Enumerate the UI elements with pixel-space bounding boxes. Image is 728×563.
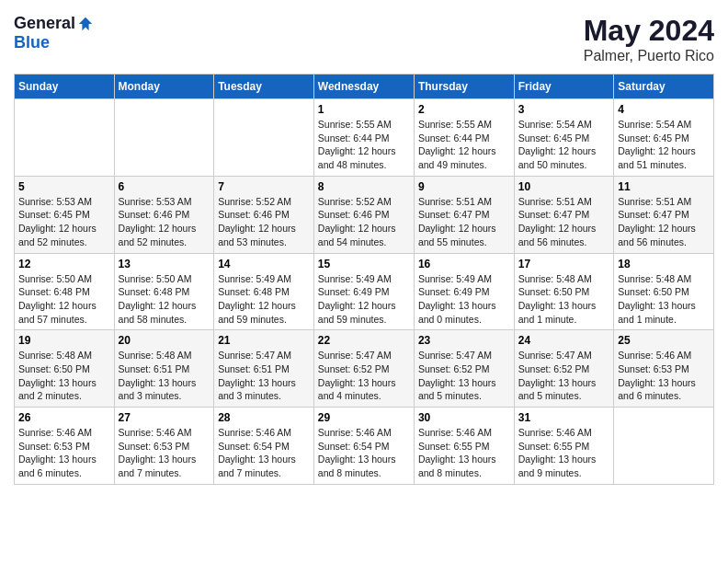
day-info: Sunrise: 5:55 AM Sunset: 6:44 PM Dayligh… [318, 118, 410, 172]
day-number: 28 [218, 411, 310, 424]
day-number: 23 [418, 334, 510, 347]
title-block: May 2024 Palmer, Puerto Rico [584, 14, 714, 64]
table-row: 20Sunrise: 5:48 AM Sunset: 6:51 PM Dayli… [114, 330, 214, 408]
day-number: 29 [318, 411, 410, 424]
table-row: 2Sunrise: 5:55 AM Sunset: 6:44 PM Daylig… [414, 99, 514, 177]
table-row: 9Sunrise: 5:51 AM Sunset: 6:47 PM Daylig… [414, 176, 514, 253]
day-info: Sunrise: 5:46 AM Sunset: 6:54 PM Dayligh… [218, 426, 310, 480]
table-row: 18Sunrise: 5:48 AM Sunset: 6:50 PM Dayli… [614, 253, 714, 330]
day-info: Sunrise: 5:46 AM Sunset: 6:54 PM Dayligh… [318, 426, 410, 480]
day-number: 13 [119, 258, 210, 270]
day-number: 18 [618, 258, 710, 270]
day-info: Sunrise: 5:54 AM Sunset: 6:45 PM Dayligh… [518, 118, 609, 172]
day-info: Sunrise: 5:49 AM Sunset: 6:49 PM Dayligh… [418, 272, 510, 327]
day-number: 8 [318, 180, 410, 193]
day-info: Sunrise: 5:55 AM Sunset: 6:44 PM Dayligh… [418, 118, 510, 172]
table-row: 21Sunrise: 5:47 AM Sunset: 6:51 PM Dayli… [214, 330, 314, 408]
table-row: 15Sunrise: 5:49 AM Sunset: 6:49 PM Dayli… [313, 253, 414, 330]
table-row [614, 408, 714, 485]
table-row: 13Sunrise: 5:50 AM Sunset: 6:48 PM Dayli… [114, 253, 214, 330]
day-number: 31 [518, 411, 609, 424]
day-number: 25 [618, 334, 710, 347]
table-row: 6Sunrise: 5:53 AM Sunset: 6:46 PM Daylig… [114, 176, 214, 253]
table-row: 28Sunrise: 5:46 AM Sunset: 6:54 PM Dayli… [214, 408, 314, 485]
day-number: 5 [18, 180, 110, 193]
calendar-week-row: 26Sunrise: 5:46 AM Sunset: 6:53 PM Dayli… [15, 408, 714, 485]
day-info: Sunrise: 5:48 AM Sunset: 6:50 PM Dayligh… [518, 272, 609, 327]
day-number: 30 [418, 411, 510, 424]
table-row: 1Sunrise: 5:55 AM Sunset: 6:44 PM Daylig… [313, 99, 414, 177]
day-number: 3 [518, 103, 609, 116]
day-number: 9 [418, 180, 510, 193]
day-info: Sunrise: 5:51 AM Sunset: 6:47 PM Dayligh… [618, 195, 710, 249]
day-number: 20 [119, 334, 210, 347]
table-row: 4Sunrise: 5:54 AM Sunset: 6:45 PM Daylig… [614, 99, 714, 177]
day-number: 19 [18, 334, 110, 347]
table-row: 16Sunrise: 5:49 AM Sunset: 6:49 PM Dayli… [414, 253, 514, 330]
table-row: 24Sunrise: 5:47 AM Sunset: 6:52 PM Dayli… [514, 330, 613, 408]
day-number: 14 [218, 258, 310, 270]
calendar-week-row: 1Sunrise: 5:55 AM Sunset: 6:44 PM Daylig… [15, 99, 714, 177]
calendar-week-row: 12Sunrise: 5:50 AM Sunset: 6:48 PM Dayli… [15, 253, 714, 330]
day-info: Sunrise: 5:51 AM Sunset: 6:47 PM Dayligh… [418, 195, 510, 249]
day-info: Sunrise: 5:47 AM Sunset: 6:52 PM Dayligh… [418, 349, 510, 403]
header-monday: Monday [114, 75, 214, 99]
day-number: 22 [318, 334, 410, 347]
day-info: Sunrise: 5:54 AM Sunset: 6:45 PM Dayligh… [618, 118, 710, 172]
day-number: 17 [518, 258, 609, 270]
day-info: Sunrise: 5:53 AM Sunset: 6:45 PM Dayligh… [18, 195, 110, 249]
day-info: Sunrise: 5:49 AM Sunset: 6:49 PM Dayligh… [318, 272, 410, 327]
header-wednesday: Wednesday [313, 75, 414, 99]
day-info: Sunrise: 5:50 AM Sunset: 6:48 PM Dayligh… [119, 272, 210, 327]
day-info: Sunrise: 5:48 AM Sunset: 6:51 PM Dayligh… [119, 349, 210, 403]
logo-icon [77, 16, 94, 32]
month-year-title: May 2024 [584, 14, 714, 48]
day-info: Sunrise: 5:46 AM Sunset: 6:53 PM Dayligh… [18, 426, 110, 480]
day-number: 1 [318, 103, 410, 116]
day-info: Sunrise: 5:53 AM Sunset: 6:46 PM Dayligh… [119, 195, 210, 249]
day-info: Sunrise: 5:51 AM Sunset: 6:47 PM Dayligh… [518, 195, 609, 249]
day-info: Sunrise: 5:50 AM Sunset: 6:48 PM Dayligh… [18, 272, 110, 327]
day-info: Sunrise: 5:52 AM Sunset: 6:46 PM Dayligh… [318, 195, 410, 249]
day-info: Sunrise: 5:48 AM Sunset: 6:50 PM Dayligh… [18, 349, 110, 403]
header-tuesday: Tuesday [214, 75, 314, 99]
table-row: 5Sunrise: 5:53 AM Sunset: 6:45 PM Daylig… [15, 176, 115, 253]
header-friday: Friday [514, 75, 613, 99]
table-row: 30Sunrise: 5:46 AM Sunset: 6:55 PM Dayli… [414, 408, 514, 485]
logo: General Blue [14, 14, 94, 52]
day-number: 16 [418, 258, 510, 270]
day-info: Sunrise: 5:46 AM Sunset: 6:55 PM Dayligh… [518, 426, 609, 480]
day-info: Sunrise: 5:46 AM Sunset: 6:53 PM Dayligh… [618, 349, 710, 403]
day-info: Sunrise: 5:47 AM Sunset: 6:52 PM Dayligh… [318, 349, 410, 403]
day-info: Sunrise: 5:52 AM Sunset: 6:46 PM Dayligh… [218, 195, 310, 249]
calendar-header-row: Sunday Monday Tuesday Wednesday Thursday… [15, 75, 714, 99]
day-info: Sunrise: 5:49 AM Sunset: 6:48 PM Dayligh… [218, 272, 310, 327]
day-number: 4 [618, 103, 710, 116]
header-thursday: Thursday [414, 75, 514, 99]
page-header: General Blue May 2024 Palmer, Puerto Ric… [14, 14, 714, 64]
table-row: 22Sunrise: 5:47 AM Sunset: 6:52 PM Dayli… [313, 330, 414, 408]
table-row: 23Sunrise: 5:47 AM Sunset: 6:52 PM Dayli… [414, 330, 514, 408]
day-number: 26 [18, 411, 110, 424]
table-row: 19Sunrise: 5:48 AM Sunset: 6:50 PM Dayli… [15, 330, 115, 408]
day-number: 12 [18, 258, 110, 270]
table-row: 10Sunrise: 5:51 AM Sunset: 6:47 PM Dayli… [514, 176, 613, 253]
table-row: 7Sunrise: 5:52 AM Sunset: 6:46 PM Daylig… [214, 176, 314, 253]
calendar-week-row: 19Sunrise: 5:48 AM Sunset: 6:50 PM Dayli… [15, 330, 714, 408]
table-row [15, 99, 115, 177]
day-number: 2 [418, 103, 510, 116]
table-row: 25Sunrise: 5:46 AM Sunset: 6:53 PM Dayli… [614, 330, 714, 408]
day-number: 10 [518, 180, 609, 193]
day-info: Sunrise: 5:47 AM Sunset: 6:52 PM Dayligh… [518, 349, 609, 403]
calendar-week-row: 5Sunrise: 5:53 AM Sunset: 6:45 PM Daylig… [15, 176, 714, 253]
day-number: 15 [318, 258, 410, 270]
calendar-table: Sunday Monday Tuesday Wednesday Thursday… [14, 74, 714, 485]
header-saturday: Saturday [614, 75, 714, 99]
day-number: 24 [518, 334, 609, 347]
table-row: 17Sunrise: 5:48 AM Sunset: 6:50 PM Dayli… [514, 253, 613, 330]
table-row: 11Sunrise: 5:51 AM Sunset: 6:47 PM Dayli… [614, 176, 714, 253]
table-row: 31Sunrise: 5:46 AM Sunset: 6:55 PM Dayli… [514, 408, 613, 485]
table-row: 12Sunrise: 5:50 AM Sunset: 6:48 PM Dayli… [15, 253, 115, 330]
table-row: 14Sunrise: 5:49 AM Sunset: 6:48 PM Dayli… [214, 253, 314, 330]
day-number: 11 [618, 180, 710, 193]
